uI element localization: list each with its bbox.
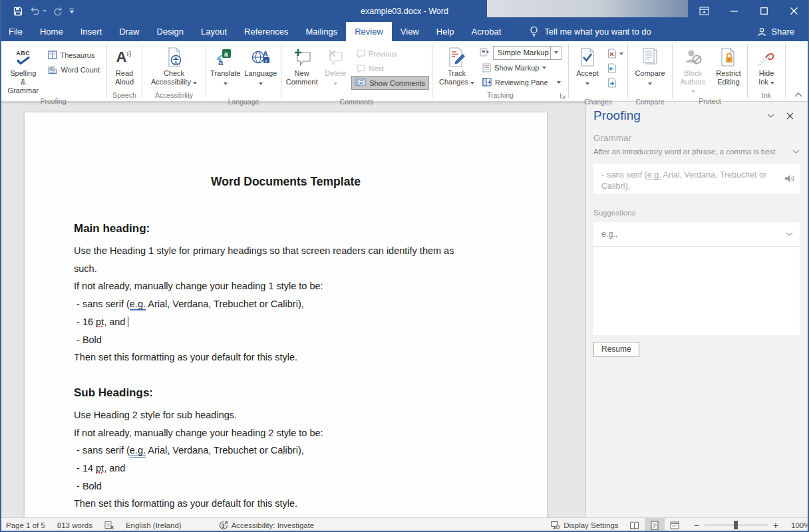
display-for-review-combobox[interactable]: Simple Markup bbox=[493, 46, 562, 60]
group-label-tracking: Tracking bbox=[432, 90, 568, 101]
tab-design[interactable]: Design bbox=[148, 22, 192, 41]
undo-dropdown-icon[interactable] bbox=[43, 10, 47, 12]
pane-close-icon[interactable] bbox=[780, 112, 800, 120]
close-icon[interactable] bbox=[779, 0, 809, 22]
language-indicator[interactable]: English (Ireland) bbox=[120, 518, 188, 532]
tab-references[interactable]: References bbox=[236, 22, 297, 41]
show-comments-button[interactable]: Show Comments bbox=[351, 76, 429, 90]
block-authors-icon bbox=[685, 47, 702, 68]
group-label-accessibility: Accessibility bbox=[142, 90, 206, 101]
suggestion-chevron-icon[interactable] bbox=[786, 232, 793, 236]
pane-options-chevron-icon[interactable] bbox=[761, 114, 780, 118]
sub-heading: Sub Headings: bbox=[74, 384, 498, 402]
previous-comment-button[interactable]: Previous bbox=[351, 47, 429, 61]
track-changes-button[interactable]: Track Changes bbox=[435, 44, 478, 87]
tab-mailings[interactable]: Mailings bbox=[297, 22, 347, 41]
tracking-dialog-launcher-icon[interactable] bbox=[560, 92, 566, 99]
accept-button[interactable]: Accept bbox=[571, 44, 603, 96]
reviewing-pane-button[interactable]: Reviewing Pane bbox=[478, 75, 565, 89]
zoom-slider[interactable] bbox=[705, 525, 768, 525]
ribbon-display-options-icon[interactable] bbox=[689, 0, 719, 22]
paragraph: - sans serif (e.g. Arial, Verdana, Trebu… bbox=[74, 295, 498, 313]
display-settings-icon bbox=[550, 521, 560, 529]
check-accessibility-button[interactable]: Check Accessibility bbox=[147, 44, 201, 87]
share-button[interactable]: Share bbox=[757, 22, 809, 41]
read-mode-view-button[interactable] bbox=[625, 518, 645, 532]
paragraph: Then set this formatting as your default… bbox=[74, 495, 498, 513]
redo-icon[interactable] bbox=[53, 7, 63, 16]
web-layout-view-button[interactable] bbox=[665, 518, 685, 532]
zoom-in-button[interactable]: + bbox=[773, 522, 778, 529]
block-authors-button[interactable]: Block Authors bbox=[675, 44, 711, 96]
translate-button[interactable]: aa Translate bbox=[209, 44, 242, 96]
tab-insert[interactable]: Insert bbox=[72, 22, 111, 41]
tab-review[interactable]: Review bbox=[346, 22, 392, 41]
chevron-down-icon bbox=[648, 82, 652, 85]
restrict-editing-button[interactable]: Restrict Editing bbox=[713, 44, 744, 87]
zoom-out-button[interactable]: − bbox=[694, 522, 699, 529]
hide-ink-button[interactable]: Hide Ink bbox=[750, 44, 782, 87]
read-aloud-button[interactable]: A Read Aloud bbox=[108, 44, 140, 87]
tab-help[interactable]: Help bbox=[428, 22, 463, 41]
reject-change-icon bbox=[607, 49, 616, 59]
delete-comment-button[interactable]: Delete bbox=[319, 44, 351, 96]
svg-text:A: A bbox=[263, 50, 268, 58]
grammar-issue-description: After an introductory word or phrase, a … bbox=[593, 148, 792, 156]
customize-quick-access-icon[interactable] bbox=[69, 9, 74, 13]
zoom-slider-thumb[interactable] bbox=[734, 521, 738, 529]
language-button[interactable]: Az Language bbox=[243, 44, 278, 96]
issue-collapse-chevron-icon[interactable] bbox=[792, 150, 800, 154]
word-count-indicator[interactable]: 813 words bbox=[51, 518, 98, 532]
previous-change-icon bbox=[607, 63, 616, 73]
show-markup-icon bbox=[482, 63, 491, 72]
chevron-down-icon bbox=[542, 66, 546, 69]
document-area[interactable]: Word Documents Template Main heading: Us… bbox=[0, 102, 585, 517]
resume-button[interactable]: Resume bbox=[593, 342, 639, 357]
spelling-grammar-button[interactable]: ABC Spelling & Grammar bbox=[3, 44, 44, 96]
tab-layout[interactable]: Layout bbox=[192, 22, 236, 41]
tab-view[interactable]: View bbox=[392, 22, 428, 41]
new-comment-button[interactable]: New Comment bbox=[284, 44, 319, 87]
undo-icon[interactable] bbox=[29, 7, 40, 15]
suggestion-item[interactable]: e.g., bbox=[593, 222, 800, 247]
status-bar: Page 1 of 5 813 words English (Ireland) … bbox=[0, 517, 809, 532]
combobox-dropdown-icon[interactable] bbox=[550, 47, 561, 59]
ribbon-group-protect: Block Authors Restrict Editing Protect bbox=[673, 41, 747, 101]
reject-change-button[interactable] bbox=[603, 47, 627, 61]
paragraph: If not already, manually change your hea… bbox=[74, 424, 498, 442]
person-icon bbox=[757, 27, 766, 37]
paragraph: Use the Heading 1 style for primary head… bbox=[74, 242, 498, 277]
proofing-status-icon[interactable] bbox=[98, 518, 120, 532]
ribbon-group-language: aa Translate Az Language Language bbox=[206, 41, 281, 101]
document-page[interactable]: Word Documents Template Main heading: Us… bbox=[24, 112, 548, 517]
next-change-button[interactable] bbox=[603, 76, 627, 90]
paragraph: - Bold bbox=[74, 477, 498, 495]
display-settings-button[interactable]: Display Settings bbox=[544, 518, 624, 532]
minimize-icon[interactable] bbox=[719, 0, 749, 22]
tab-file[interactable]: File bbox=[0, 22, 31, 41]
tab-acrobat[interactable]: Acrobat bbox=[463, 22, 510, 41]
zoom-level[interactable]: 100% bbox=[785, 518, 809, 532]
flagged-word: e.g. bbox=[647, 170, 661, 180]
read-sentence-speaker-icon[interactable] bbox=[784, 174, 795, 183]
tab-home[interactable]: Home bbox=[31, 22, 72, 41]
reviewing-pane-icon bbox=[482, 78, 492, 86]
thesaurus-button[interactable]: Thesaurus bbox=[44, 48, 104, 62]
page-indicator[interactable]: Page 1 of 5 bbox=[0, 518, 51, 532]
previous-change-button[interactable] bbox=[603, 61, 627, 75]
next-comment-button[interactable]: Next bbox=[351, 61, 429, 75]
collapse-ribbon-icon[interactable] bbox=[794, 92, 802, 97]
svg-text:a: a bbox=[224, 51, 228, 58]
save-icon[interactable] bbox=[13, 7, 23, 16]
show-markup-button[interactable]: Show Markup bbox=[478, 61, 565, 74]
accessibility-status[interactable]: Accessibility: Investigate bbox=[213, 518, 321, 532]
workspace: Word Documents Template Main heading: Us… bbox=[0, 102, 809, 517]
compare-button[interactable]: Compare bbox=[631, 44, 669, 96]
maximize-icon[interactable] bbox=[749, 0, 779, 22]
tab-draw[interactable]: Draw bbox=[110, 22, 148, 41]
word-count-button[interactable]: ABC123 Word Count bbox=[44, 63, 104, 76]
flagged-sentence-box[interactable]: - sans serif (e.g. Arial, Verdana, Trebu… bbox=[593, 164, 800, 194]
ribbon-group-ink: Hide Ink Ink bbox=[748, 41, 785, 101]
tell-me-box[interactable]: Tell me what you want to do bbox=[530, 22, 651, 41]
print-layout-view-button[interactable] bbox=[645, 518, 665, 532]
